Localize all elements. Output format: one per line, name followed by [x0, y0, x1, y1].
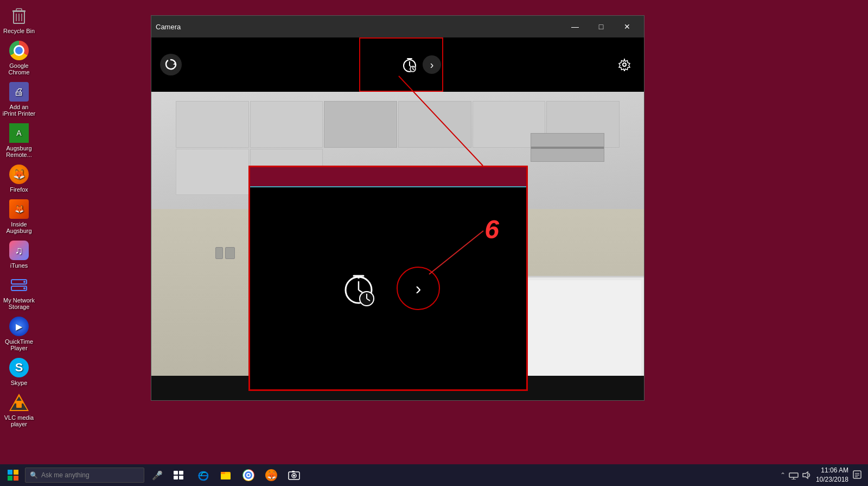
- taskbar-time[interactable]: 11:06 AM 10/23/2018: [816, 466, 848, 484]
- zoom-header: [250, 167, 526, 186]
- taskbar-app-firefox[interactable]: 🦊: [260, 464, 282, 486]
- zoom-timer-svg: [340, 268, 378, 306]
- desktop-icon-recycle-bin[interactable]: Recycle Bin: [0, 3, 38, 36]
- mic-icon: 🎤: [152, 470, 163, 481]
- minimize-button[interactable]: —: [563, 18, 588, 35]
- ac-vent: [531, 133, 604, 162]
- taskbar-app-camera[interactable]: [283, 464, 305, 486]
- svg-rect-40: [174, 471, 178, 475]
- chrome-icon: [9, 41, 29, 60]
- svg-line-35: [429, 231, 483, 274]
- action-center-button[interactable]: [853, 470, 861, 480]
- desktop-icon-itunes[interactable]: ♫ iTunes: [0, 237, 38, 271]
- toolbar-left: [160, 54, 182, 75]
- desktop-icon-vlc[interactable]: VLC media player: [0, 389, 38, 430]
- recycle-bin-label: Recycle Bin: [3, 28, 35, 34]
- svg-point-49: [293, 475, 295, 477]
- taskbar-right: ⌃ 11:06 AM 10/23/2018: [780, 466, 866, 484]
- recycle-bin-icon: [9, 6, 29, 26]
- svg-point-9: [23, 287, 25, 289]
- zoom-annotation-number: 6: [484, 214, 499, 244]
- show-hidden-icons[interactable]: ⌃: [780, 471, 786, 479]
- inside-augsburg-icon: 🦊: [9, 199, 29, 219]
- firefox-icon: 🦊: [9, 165, 29, 184]
- svg-rect-51: [789, 473, 798, 477]
- search-icon: 🔍: [30, 471, 38, 479]
- settings-button[interactable]: [614, 54, 635, 75]
- windows-logo-icon: [8, 470, 18, 481]
- wall-outlet-1: [215, 247, 223, 259]
- current-date: 10/23/2018: [816, 475, 848, 484]
- task-view-button[interactable]: [168, 464, 190, 486]
- ceiling-tile: [176, 149, 249, 195]
- desktop-icon-network-storage[interactable]: My Network Storage: [0, 272, 38, 312]
- volume-taskbar-icon: [802, 471, 812, 479]
- ceiling-tile: [398, 101, 471, 147]
- desktop-icon-skype[interactable]: S Skype: [0, 355, 38, 388]
- rotate-button[interactable]: [160, 54, 182, 75]
- taskbar: 🔍 Ask me anything 🎤: [0, 464, 868, 486]
- desktop-icon-printer[interactable]: 🖨 Add an iPrint Printer: [0, 79, 38, 119]
- window-title: Camera: [156, 23, 563, 31]
- desktop-icon-augsburg-remote[interactable]: A Augsburg Remote...: [0, 120, 38, 160]
- task-view-icon: [174, 471, 184, 479]
- ceiling-tile: [250, 101, 323, 147]
- svg-rect-45: [221, 474, 231, 479]
- quicktime-icon: ▶: [9, 317, 29, 336]
- zoom-arrow-button[interactable]: ›: [397, 267, 440, 310]
- toolbar-arrow-button[interactable]: ›: [423, 55, 441, 74]
- network-storage-icon: [9, 275, 29, 295]
- action-center-icon: [853, 470, 861, 479]
- zoom-annotation-overlay: › 6: [248, 166, 528, 391]
- zoom-content: › 6: [250, 186, 526, 389]
- file-explorer-icon: [220, 469, 232, 481]
- firefox-taskbar-icon: 🦊: [265, 469, 277, 481]
- vlc-icon: [9, 392, 29, 413]
- network-storage-label: My Network Storage: [2, 297, 36, 310]
- desktop-icon-firefox[interactable]: 🦊 Firefox: [0, 161, 38, 195]
- network-taskbar-icon: [789, 471, 799, 479]
- edge-icon: [197, 469, 209, 481]
- desktop-icon-quicktime[interactable]: ▶ QuickTime Player: [0, 313, 38, 354]
- desktop-icon-inside-augsburg[interactable]: 🦊 Inside Augsburg: [0, 196, 38, 236]
- svg-rect-37: [14, 470, 18, 475]
- settings-icon: [618, 58, 631, 71]
- svg-rect-42: [174, 476, 178, 479]
- timer-icon: [401, 56, 418, 73]
- taskbar-mic-button[interactable]: 🎤: [146, 464, 168, 486]
- chrome-taskbar-icon: [242, 469, 254, 481]
- desktop-icon-chrome[interactable]: Google Chrome: [0, 37, 38, 78]
- wall-outlet-2: [225, 247, 235, 259]
- svg-rect-13: [15, 401, 23, 403]
- inside-augsburg-label: Inside Augsburg: [2, 221, 36, 234]
- svg-point-8: [23, 281, 25, 283]
- svg-rect-43: [179, 476, 183, 479]
- toolbar-right: [614, 54, 635, 75]
- start-button[interactable]: [2, 464, 24, 486]
- current-time: 11:06 AM: [816, 466, 848, 475]
- vlc-label: VLC media player: [2, 414, 36, 427]
- wall-outlets: [215, 247, 235, 259]
- svg-rect-2: [16, 9, 22, 11]
- augsburg-remote-icon: A: [9, 123, 29, 143]
- svg-rect-41: [179, 471, 183, 475]
- window-titlebar: Camera — □ ✕: [151, 16, 644, 37]
- svg-rect-39: [14, 476, 18, 481]
- ceiling-tile: [324, 101, 397, 147]
- search-placeholder: Ask me anything: [41, 471, 90, 479]
- maximize-button[interactable]: □: [589, 18, 614, 35]
- search-bar[interactable]: 🔍 Ask me anything: [25, 468, 144, 483]
- camera-toolbar: ›: [151, 37, 644, 92]
- taskbar-app-chrome[interactable]: [238, 464, 259, 486]
- window-controls: — □ ✕: [563, 18, 640, 35]
- skype-label: Skype: [11, 380, 28, 386]
- svg-rect-50: [292, 471, 295, 472]
- svg-rect-12: [16, 403, 22, 408]
- quicktime-label: QuickTime Player: [2, 338, 36, 351]
- close-button[interactable]: ✕: [615, 18, 640, 35]
- taskbar-app-edge[interactable]: [192, 464, 214, 486]
- toolbar-center: ›: [401, 55, 441, 74]
- svg-point-24: [623, 63, 626, 66]
- taskbar-apps: 🦊: [192, 464, 305, 486]
- taskbar-app-explorer[interactable]: [215, 464, 237, 486]
